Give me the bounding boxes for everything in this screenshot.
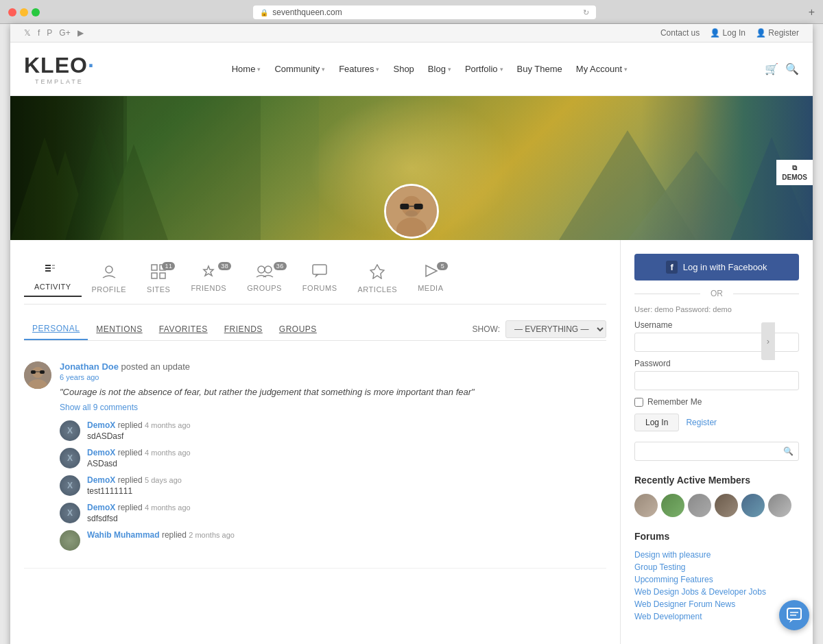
- svg-marker-9: [730, 137, 813, 240]
- social-links: 𝕏 f P G+ ▶: [24, 28, 84, 38]
- comment-item-5: Wahib Muhammad replied 2 months ago: [60, 530, 606, 551]
- tab-groups[interactable]: 36 GROUPS: [237, 261, 292, 297]
- comment-time-5: 2 months ago: [189, 531, 235, 539]
- member-avatar-5[interactable]: [741, 494, 765, 517]
- close-dot[interactable]: [8, 8, 16, 16]
- fullscreen-dot[interactable]: [32, 8, 40, 16]
- reload-icon[interactable]: ↻: [583, 8, 589, 17]
- member-avatars: [634, 494, 799, 517]
- svg-rect-13: [400, 204, 409, 209]
- register-link-sidebar[interactable]: Register: [686, 418, 717, 427]
- show-comments-link[interactable]: Show all 9 comments: [60, 403, 606, 412]
- forum-link-3[interactable]: Upcomming Features: [634, 575, 799, 584]
- logo-text: KLEO·: [24, 53, 95, 78]
- nav-shop[interactable]: Shop: [393, 64, 414, 74]
- tab-forums[interactable]: FORUMS: [292, 261, 348, 297]
- youtube-link[interactable]: ▶: [77, 28, 84, 38]
- forum-link-1[interactable]: Design with pleasure: [634, 550, 799, 560]
- subnav-friends[interactable]: FRIENDS: [216, 319, 271, 339]
- friends-badge: 38: [218, 262, 231, 270]
- comment-avatar-demox-3: X: [60, 475, 80, 496]
- svg-rect-26: [160, 273, 165, 278]
- subnav-favorites[interactable]: FAVORITES: [151, 319, 216, 339]
- comment-body-2: DemoX replied 4 months ago ASDasd: [87, 448, 606, 468]
- nav-icons: 🛒 🔍: [765, 62, 799, 75]
- facebook-link[interactable]: f: [38, 28, 40, 38]
- member-avatar-4[interactable]: [715, 494, 738, 517]
- password-input[interactable]: [634, 371, 799, 390]
- logo-subtitle: TEMPLATE: [24, 78, 95, 85]
- twitter-link[interactable]: 𝕏: [24, 28, 31, 38]
- comment-meta-4: DemoX replied 4 months ago: [87, 503, 606, 512]
- browser-titlebar: 🔒 seventhqueen.com ↻ +: [8, 5, 815, 19]
- sidebar-search-input[interactable]: [634, 442, 799, 461]
- demos-badge[interactable]: ⧉ DEMOS: [776, 160, 813, 185]
- forum-link-6[interactable]: Web Development: [634, 612, 799, 621]
- activity-subnav: PERSONAL MENTIONS FAVORITES FRIENDS GROU…: [24, 318, 606, 341]
- member-avatar-3[interactable]: [688, 494, 711, 517]
- show-filter: SHOW: — EVERYTHING —: [473, 320, 606, 338]
- nav-home[interactable]: Home ▾: [232, 64, 261, 74]
- svg-rect-23: [152, 265, 157, 270]
- comment-body-3: DemoX replied 5 days ago test1111111: [87, 475, 606, 496]
- forum-link-2[interactable]: Group Testing: [634, 562, 799, 572]
- comment-user-5[interactable]: Wahib Muhammad: [87, 530, 160, 540]
- nav-features[interactable]: Features ▾: [339, 64, 379, 74]
- logo-dot: ·: [88, 53, 95, 77]
- fb-login-button[interactable]: f Log in with Facebook: [634, 254, 799, 281]
- right-chevron[interactable]: ›: [761, 322, 775, 360]
- new-tab-icon[interactable]: +: [809, 6, 815, 19]
- nav-my-account[interactable]: My Account ▾: [576, 64, 628, 74]
- svg-rect-19: [45, 270, 51, 272]
- contact-link[interactable]: Contact us: [660, 28, 700, 38]
- friends-icon: [201, 264, 216, 281]
- tab-media[interactable]: 5 MEDIA: [407, 261, 453, 297]
- cart-icon[interactable]: 🛒: [765, 62, 778, 75]
- remember-checkbox[interactable]: [634, 398, 643, 407]
- hero-banner: @kleoadmin ⧉ DEMOS: [10, 96, 813, 240]
- forums-section: Forums Design with pleasure Group Testin…: [634, 531, 799, 621]
- comment-user-2[interactable]: DemoX: [87, 448, 115, 457]
- comment-user-1[interactable]: DemoX: [87, 420, 115, 430]
- register-link-top[interactable]: 👤 Register: [756, 28, 799, 38]
- address-bar[interactable]: 🔒 seventhqueen.com ↻: [253, 5, 596, 19]
- tab-friends[interactable]: 38 FRIENDS: [180, 261, 237, 297]
- subnav-personal[interactable]: PERSONAL: [24, 318, 88, 340]
- comment-user-3[interactable]: DemoX: [87, 475, 115, 485]
- minimize-dot[interactable]: [20, 8, 28, 16]
- googleplus-link[interactable]: G+: [59, 28, 70, 38]
- login-link[interactable]: 👤 Log In: [710, 28, 746, 38]
- nav-community[interactable]: Community ▾: [274, 64, 325, 74]
- member-avatar-1[interactable]: [634, 494, 658, 517]
- groups-icon: [256, 264, 274, 281]
- tab-sites[interactable]: 11 SITES: [136, 261, 180, 297]
- forum-link-4[interactable]: Web Design Jobs & Developer Jobs: [634, 587, 799, 597]
- main-post-avatar-svg: [24, 361, 51, 389]
- activity-user-name[interactable]: Jonathan Doe: [60, 361, 119, 372]
- tab-activity[interactable]: ACTIVITY: [24, 261, 82, 297]
- subnav-mentions[interactable]: MENTIONS: [88, 319, 150, 339]
- pinterest-link[interactable]: P: [47, 28, 52, 38]
- nav-buy-theme[interactable]: Buy Theme: [517, 64, 562, 74]
- chat-button[interactable]: [779, 600, 809, 630]
- everything-select[interactable]: — EVERYTHING —: [505, 320, 606, 338]
- activity-meta: Jonathan Doe posted an update 6 years ag…: [60, 361, 606, 381]
- media-icon: [423, 264, 438, 281]
- nav-blog[interactable]: Blog ▾: [428, 64, 451, 74]
- search-nav-icon[interactable]: 🔍: [785, 62, 799, 75]
- svg-rect-25: [152, 273, 157, 278]
- topbar-right: Contact us 👤 Log In 👤 Register: [660, 28, 799, 38]
- comment-user-4[interactable]: DemoX: [87, 503, 115, 512]
- tab-profile[interactable]: PROFILE: [82, 261, 137, 297]
- subnav-groups[interactable]: GROUPS: [271, 319, 325, 339]
- comment-avatar-demox-4: X: [60, 503, 80, 523]
- forum-link-5[interactable]: Web Designer Forum News: [634, 599, 799, 609]
- nav-portfolio[interactable]: Portfolio ▾: [465, 64, 503, 74]
- logo: KLEO· TEMPLATE: [24, 53, 95, 85]
- profile-content: ACTIVITY PROFILE 11 SITES 38: [10, 240, 813, 644]
- login-button[interactable]: Log In: [634, 414, 679, 431]
- member-avatar-6[interactable]: [768, 494, 791, 517]
- tab-articles[interactable]: ARTICLES: [348, 261, 408, 297]
- member-avatar-2[interactable]: [661, 494, 684, 517]
- comment-action-5: replied: [162, 530, 189, 540]
